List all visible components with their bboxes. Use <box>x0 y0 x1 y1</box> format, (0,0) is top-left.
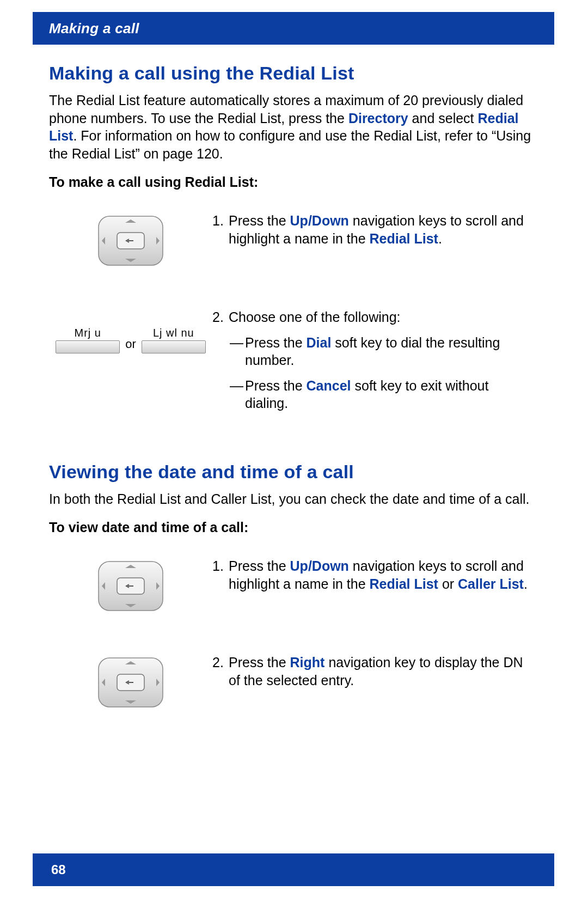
page-header: Making a call <box>33 12 554 45</box>
term-cancel: Cancel <box>307 378 351 393</box>
step1-text: 1.Press the Up/Down navigation keys to s… <box>212 212 536 247</box>
navigation-pad-icon <box>96 559 165 613</box>
manual-page: Making a call Making a call using the Re… <box>0 0 588 909</box>
softkey-right-label: Lj wl nu <box>153 327 194 339</box>
section1-subhead: To make a call using Redial List: <box>49 174 536 190</box>
softkey-icon-col: Mrj u or Lj wl nu <box>49 308 212 353</box>
page-content: Making a call using the Redial List The … <box>49 63 536 728</box>
or-text: or <box>125 337 136 351</box>
navpad-icon-col <box>49 212 212 267</box>
softkey-button-icon <box>56 340 120 353</box>
term-right: Right <box>290 655 325 670</box>
section2-intro: In both the Redial List and Caller List,… <box>49 490 536 508</box>
step2-bullet1: —Press the Dial soft key to dial the res… <box>212 334 536 369</box>
softkey-left: Mrj u <box>56 327 120 353</box>
term-dial: Dial <box>307 335 332 350</box>
section-heading-viewing: Viewing the date and time of a call <box>49 461 536 483</box>
softkey-pair-icon: Mrj u or Lj wl nu <box>56 327 206 353</box>
section2-step1: 1.Press the Up/Down navigation keys to s… <box>49 557 536 613</box>
navigation-pad-icon <box>96 656 165 709</box>
softkey-button-icon <box>142 340 206 353</box>
softkey-right: Lj wl nu <box>142 327 206 353</box>
term-updown: Up/Down <box>290 213 349 228</box>
step2-bullet2: —Press the Cancel soft key to exit witho… <box>212 377 536 412</box>
page-number: 68 <box>51 862 66 877</box>
term-updown: Up/Down <box>290 558 349 574</box>
step2-text: 2.Choose one of the following: —Press th… <box>212 308 536 412</box>
section-heading-redial: Making a call using the Redial List <box>49 63 536 84</box>
section1-step1: 1.Press the Up/Down navigation keys to s… <box>49 212 536 267</box>
link-directory: Directory <box>348 111 408 126</box>
term-redial-list: Redial List <box>370 576 438 591</box>
page-footer: 68 <box>33 853 554 886</box>
section2-subhead: To view date and time of a call: <box>49 520 536 535</box>
softkey-left-label: Mrj u <box>74 327 101 339</box>
section2-step2: 2.Press the Right navigation key to disp… <box>49 654 536 709</box>
term-caller-list: Caller List <box>458 576 524 591</box>
section1-intro: The Redial List feature automatically st… <box>49 91 536 162</box>
term-redial-list: Redial List <box>370 231 438 246</box>
header-title: Making a call <box>49 20 139 37</box>
navigation-pad-icon <box>96 214 165 267</box>
section1-step2: Mrj u or Lj wl nu 2.Choose one of the fo… <box>49 308 536 412</box>
